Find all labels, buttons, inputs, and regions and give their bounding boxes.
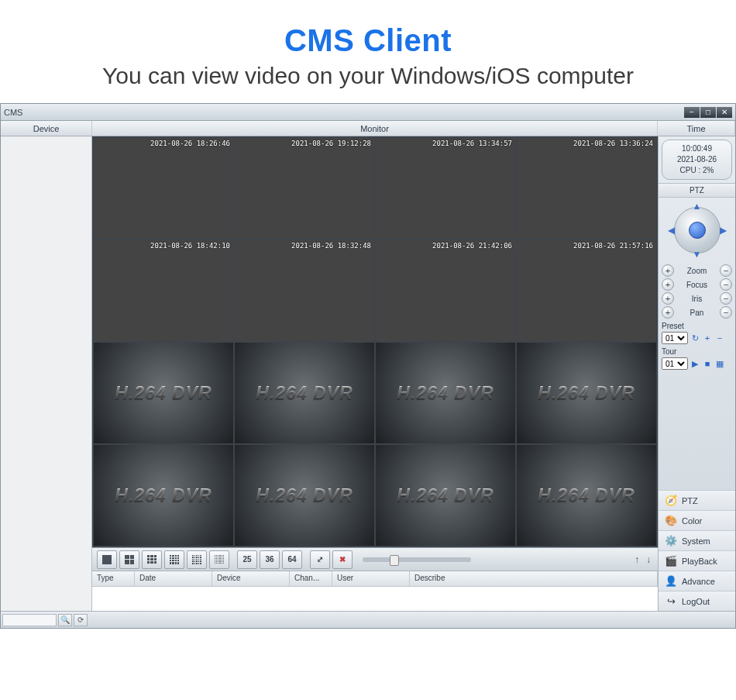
- layout-25-button[interactable]: 25: [237, 550, 257, 569]
- log-body[interactable]: [92, 587, 658, 611]
- log-col-date[interactable]: Date: [135, 571, 212, 586]
- camera-cell-empty[interactable]: H.264 DVR: [94, 343, 233, 443]
- camera-cell[interactable]: 2021-08-26 21:57:16: [517, 240, 656, 341]
- monitor-panel-header: Monitor: [92, 121, 658, 136]
- layout-25a-button[interactable]: [187, 550, 207, 569]
- monitor-area: 2021-08-26 18:26:46 2021-08-26 19:12:28 …: [92, 136, 658, 611]
- volume-slider[interactable]: [363, 557, 471, 562]
- tour-grid-icon[interactable]: ▦: [714, 358, 725, 369]
- zoom-in-button[interactable]: +: [662, 264, 674, 277]
- fullscreen-icon: ⤢: [317, 555, 323, 564]
- clapper-icon: 🎬: [665, 555, 677, 567]
- log-col-device[interactable]: Device: [212, 571, 290, 586]
- camera-cell[interactable]: 2021-08-26 13:36:24: [517, 138, 656, 239]
- ptz-center-button[interactable]: [689, 222, 706, 239]
- layout-36-button[interactable]: 36: [260, 550, 280, 569]
- app-name: CMS: [4, 108, 22, 117]
- ptz-iris-row: + Iris −: [662, 292, 732, 305]
- iris-open-button[interactable]: +: [662, 292, 674, 305]
- tour-stop-icon[interactable]: ■: [702, 358, 713, 369]
- marketing-subtitle: You can view video on your Windows/iOS c…: [0, 63, 736, 89]
- camera-cell-empty[interactable]: H.264 DVR: [517, 343, 656, 443]
- ptz-down-icon[interactable]: ▼: [693, 249, 702, 260]
- camera-timestamp: 2021-08-26 13:36:24: [573, 140, 653, 147]
- advance-icon: 👤: [665, 575, 677, 588]
- device-tree-panel[interactable]: [1, 136, 92, 611]
- app-window: CMS − □ ✕ Device Monitor Time 2021-08-26…: [0, 103, 736, 629]
- status-cell: [2, 614, 57, 626]
- menu-logout[interactable]: ↪LogOut: [659, 591, 735, 611]
- ptz-left-icon[interactable]: ◀: [668, 225, 675, 236]
- stop-all-button[interactable]: ✖: [332, 550, 353, 569]
- pan-plus-button[interactable]: +: [662, 306, 674, 319]
- camera-cell-empty[interactable]: H.264 DVR: [517, 445, 656, 546]
- camera-cell[interactable]: 2021-08-26 13:34:57: [376, 138, 515, 239]
- focus-in-button[interactable]: +: [662, 278, 674, 291]
- iris-close-button[interactable]: −: [720, 292, 732, 305]
- close-button[interactable]: ✕: [717, 107, 732, 118]
- date-text: 2021-08-26: [664, 154, 730, 165]
- camera-timestamp: 2021-08-26 21:57:16: [573, 242, 653, 250]
- ptz-up-icon[interactable]: ▲: [693, 201, 702, 212]
- tour-label: Tour: [659, 346, 735, 356]
- fullscreen-button[interactable]: ⤢: [310, 550, 330, 569]
- camera-cell[interactable]: 2021-08-26 18:42:10: [94, 240, 233, 341]
- layout-1-button[interactable]: [97, 550, 117, 569]
- camera-grid: 2021-08-26 18:26:46 2021-08-26 19:12:28 …: [92, 136, 658, 547]
- log-col-describe[interactable]: Describe: [410, 571, 658, 586]
- layout-16-button[interactable]: [164, 550, 184, 569]
- camera-cell-empty[interactable]: H.264 DVR: [235, 343, 374, 443]
- scroll-up-icon[interactable]: ↑: [632, 554, 641, 565]
- stop-icon: ✖: [339, 555, 346, 564]
- status-search-icon[interactable]: 🔍: [58, 614, 72, 626]
- clock-text: 10:00:49: [664, 143, 730, 154]
- preset-row: 01 ↻ + −: [659, 330, 735, 346]
- preset-add-icon[interactable]: +: [702, 333, 713, 343]
- maximize-button[interactable]: □: [700, 107, 716, 118]
- time-box: 10:00:49 2021-08-26 CPU : 2%: [662, 140, 732, 180]
- camera-cell[interactable]: 2021-08-26 18:32:48: [235, 240, 374, 341]
- preset-goto-icon[interactable]: ↻: [690, 333, 700, 343]
- menu-advance[interactable]: 👤Advance: [659, 571, 735, 591]
- empty-feed-label: H.264 DVR: [115, 383, 212, 404]
- layout-64-button[interactable]: 64: [282, 550, 302, 569]
- layout-9-button[interactable]: [142, 550, 162, 569]
- log-col-user[interactable]: User: [332, 571, 410, 586]
- preset-del-icon[interactable]: −: [714, 333, 725, 343]
- tour-play-icon[interactable]: ▶: [690, 358, 700, 369]
- pan-minus-button[interactable]: −: [720, 306, 732, 319]
- ptz-zoom-row: + Zoom −: [662, 264, 732, 277]
- tour-select[interactable]: 01: [662, 357, 688, 370]
- focus-out-button[interactable]: −: [720, 278, 732, 291]
- empty-feed-label: H.264 DVR: [538, 485, 635, 506]
- menu-color[interactable]: 🎨Color: [659, 510, 735, 530]
- marketing-header: CMS Client You can view video on your Wi…: [0, 0, 736, 103]
- ptz-section-label: PTZ: [659, 183, 735, 198]
- camera-cell-empty[interactable]: H.264 DVR: [94, 445, 233, 546]
- camera-cell-empty[interactable]: H.264 DVR: [235, 445, 374, 546]
- ptz-right-icon[interactable]: ▶: [720, 225, 727, 236]
- scroll-down-icon[interactable]: ↓: [644, 554, 653, 565]
- empty-feed-label: H.264 DVR: [397, 383, 494, 404]
- side-menu: 🧭PTZ 🎨Color ⚙️System 🎬PlayBack 👤Advance …: [659, 490, 735, 611]
- layout-4-button[interactable]: [119, 550, 139, 569]
- camera-cell[interactable]: 2021-08-26 18:26:46: [94, 138, 233, 239]
- menu-ptz[interactable]: 🧭PTZ: [659, 490, 735, 510]
- camera-cell-empty[interactable]: H.264 DVR: [376, 445, 515, 546]
- preset-select[interactable]: 01: [662, 332, 688, 344]
- camera-cell-empty[interactable]: H.264 DVR: [376, 343, 515, 443]
- minimize-button[interactable]: −: [684, 107, 700, 118]
- preset-label: Preset: [659, 320, 735, 330]
- pan-label: Pan: [690, 309, 704, 317]
- layout-36a-button[interactable]: [209, 550, 229, 569]
- camera-cell[interactable]: 2021-08-26 19:12:28: [235, 138, 374, 239]
- log-col-type[interactable]: Type: [92, 571, 135, 586]
- menu-playback[interactable]: 🎬PlayBack: [659, 550, 735, 571]
- log-col-channel[interactable]: Chan...: [290, 571, 332, 586]
- camera-cell[interactable]: 2021-08-26 21:42:06: [376, 240, 515, 341]
- right-side-panel: 10:00:49 2021-08-26 CPU : 2% PTZ ▲ ▼ ▶ ◀…: [658, 136, 735, 611]
- menu-system[interactable]: ⚙️System: [659, 530, 735, 550]
- status-refresh-icon[interactable]: ⟳: [74, 614, 88, 626]
- zoom-out-button[interactable]: −: [720, 264, 732, 277]
- tour-row: 01 ▶ ■ ▦: [659, 356, 735, 371]
